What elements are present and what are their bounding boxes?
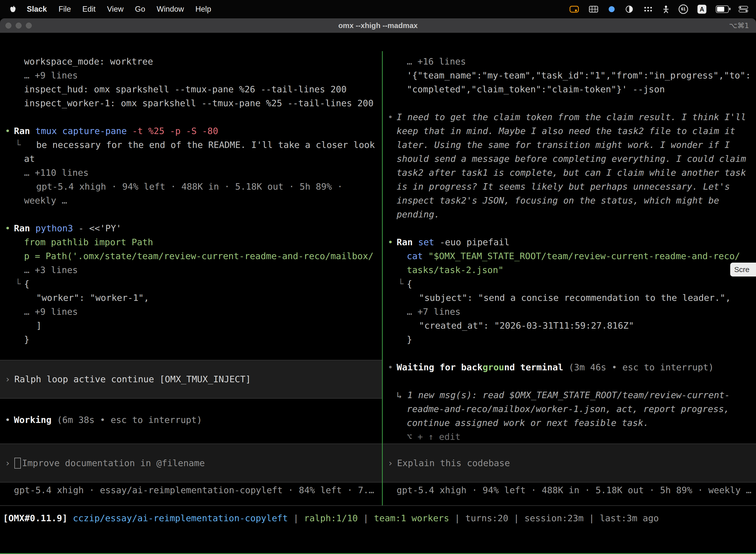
assistant-figure-icon[interactable] bbox=[663, 5, 669, 13]
screen-recording-indicator-icon[interactable] bbox=[569, 5, 579, 13]
terminal-line: ⌥ + ↑ edit bbox=[383, 430, 756, 444]
bullet-icon: • bbox=[5, 221, 10, 235]
ralph-loop-banner: › Ralph loop active continue [OMX_TMUX_I… bbox=[0, 360, 382, 399]
terminal-line: inspect_worker-1: omx sparkshell --tmux-… bbox=[0, 96, 382, 110]
right-pane[interactable]: … +16 lines'{"team_name":"my-team","task… bbox=[383, 51, 756, 505]
input-source-letter: A bbox=[700, 6, 704, 13]
bullet-icon: • bbox=[388, 361, 393, 374]
right-pane-lines: … +16 lines'{"team_name":"my-team","task… bbox=[383, 55, 756, 444]
terminal-line: continue assigned work or next feasible … bbox=[383, 416, 756, 430]
terminal-line: … +16 lines bbox=[383, 55, 756, 68]
menu-bar-status-items: 61 A bbox=[569, 4, 750, 14]
traffic-lights bbox=[0, 22, 32, 29]
terminal-line: inspect task2's JSON, focusing on the st… bbox=[383, 193, 756, 208]
terminal-line: inspect_hud: omx sparkshell --tmux-pane … bbox=[0, 82, 382, 96]
terminal-line: ↳ 1 new msg(s): read $OMX_TEAM_STATE_ROO… bbox=[383, 388, 756, 402]
right-pane-status: gpt-5.4 xhigh · 94% left · 488K in · 5.1… bbox=[383, 483, 756, 497]
terminal-line: └{ bbox=[0, 277, 382, 291]
terminal-line: "worker": "worker-1", bbox=[0, 291, 382, 305]
terminal-line: at bbox=[0, 152, 382, 166]
menu-window[interactable]: Window bbox=[151, 5, 189, 14]
menu-bar: Slack File Edit View Go Window Help 61 A bbox=[0, 0, 756, 18]
terminal-line: gpt-5.4 xhigh · 94% left · 488K in · 5.1… bbox=[0, 180, 382, 193]
menu-app-name[interactable]: Slack bbox=[21, 5, 53, 14]
menu-edit[interactable]: Edit bbox=[77, 5, 101, 14]
bullet-icon: • bbox=[388, 110, 393, 124]
terminal-line: •I need to get the claim token from the … bbox=[383, 110, 756, 124]
ghostty-icon[interactable] bbox=[625, 5, 633, 13]
window-title: omx --xhigh --madmax bbox=[0, 21, 756, 30]
terminal-line: … +9 lines bbox=[0, 68, 382, 82]
terminal-line bbox=[383, 346, 756, 361]
terminal-line: cat "$OMX_TEAM_STATE_ROOT/team/review-cu… bbox=[383, 249, 756, 263]
prompt-placeholder-right: Explain this codebase bbox=[397, 456, 510, 470]
zoom-button[interactable] bbox=[26, 22, 32, 29]
terminal-line: … +7 lines bbox=[383, 305, 756, 319]
window-grid-icon[interactable] bbox=[589, 5, 598, 13]
terminal-line: keep that in mind. Maybe I also need the… bbox=[383, 124, 756, 138]
terminal-line: tasks/task-2.json" bbox=[383, 263, 756, 277]
terminal-line: •Ran tmux capture-pane -t %25 -p -S -80 bbox=[0, 124, 382, 138]
text-cursor bbox=[14, 458, 21, 468]
terminal-line bbox=[383, 96, 756, 110]
prompt-input-right[interactable]: › Explain this codebase bbox=[383, 444, 756, 483]
terminal-line: } bbox=[0, 333, 382, 346]
terminal-line: •Ran python3 - <<'PY' bbox=[0, 221, 382, 235]
left-pane-lines: workspace_mode: worktree… +9 linesinspec… bbox=[0, 55, 382, 346]
raycast-icon[interactable] bbox=[608, 5, 616, 13]
status-separator bbox=[0, 505, 756, 506]
menu-help[interactable]: Help bbox=[190, 5, 217, 14]
terminal-line: •Waiting for background terminal (3m 46s… bbox=[383, 361, 756, 374]
battery-level bbox=[717, 7, 724, 12]
input-source-icon[interactable]: A bbox=[697, 5, 706, 14]
menu-view[interactable]: View bbox=[101, 5, 129, 14]
chevron-right-icon: › bbox=[5, 372, 10, 386]
terminal-line: is in progress? It seems likely but perh… bbox=[383, 180, 756, 193]
output-corner-icon: └ bbox=[15, 138, 21, 152]
omx-status-bar: [OMX#0.11.9] cczip/essay/ai-reimplementa… bbox=[0, 511, 756, 525]
bullet-icon: • bbox=[5, 413, 10, 427]
terminal-line: … +9 lines bbox=[0, 305, 382, 319]
apps-grid-icon[interactable] bbox=[643, 6, 653, 13]
battery-gauge-value: 61 bbox=[681, 7, 686, 11]
menu-file[interactable]: File bbox=[53, 5, 77, 14]
terminal-line: from pathlib import Path bbox=[0, 235, 382, 249]
terminal-line: [OMX#0.11.9] cczip/essay/ai-reimplementa… bbox=[0, 511, 756, 525]
terminal-line: ] bbox=[0, 319, 382, 333]
minimize-button[interactable] bbox=[16, 22, 21, 29]
screen-tooltip: Scre bbox=[730, 263, 756, 277]
tmux-host-clock: "MacBook-Pro-44.local" 05:03 31-Mar-26 bbox=[559, 553, 752, 554]
terminal-line: readme-and-reco/mailbox/worker-1.json, a… bbox=[383, 402, 756, 416]
terminal-line: workspace_mode: worktree bbox=[0, 55, 382, 68]
terminal-line: └{ bbox=[383, 277, 756, 291]
prompt-chevron-icon: › bbox=[5, 456, 10, 470]
prompt-chevron-icon: › bbox=[388, 456, 393, 470]
terminal-line: later. Using the same for transition mig… bbox=[383, 138, 756, 152]
terminal-line bbox=[0, 208, 382, 221]
left-pane-status: gpt-5.4 xhigh · essay/ai-reimplementatio… bbox=[0, 483, 382, 497]
ralph-loop-text: Ralph loop active continue [OMX_TMUX_INJ… bbox=[14, 372, 251, 386]
terminal-line: … +110 lines bbox=[0, 166, 382, 180]
output-corner-icon: └ bbox=[398, 277, 403, 291]
terminal-line: '{"team_name":"my-team","task_id":"1","f… bbox=[383, 68, 756, 82]
terminal-line: └be necessary for the end of the README.… bbox=[0, 138, 382, 152]
terminal-line: "completed","claim_token":"claim-token"}… bbox=[383, 82, 756, 96]
terminal-line: … +3 lines bbox=[0, 263, 382, 277]
prompt-placeholder-left: Improve documentation in @filename bbox=[22, 456, 205, 470]
terminal-line bbox=[383, 221, 756, 235]
close-button[interactable] bbox=[5, 22, 11, 29]
battery-icon[interactable] bbox=[716, 5, 729, 13]
window-title-bar[interactable]: omx --xhigh --madmax ⌥⌘1 bbox=[0, 18, 756, 33]
battery-gauge-icon[interactable]: 61 bbox=[679, 4, 688, 14]
menu-go[interactable]: Go bbox=[129, 5, 151, 14]
apple-menu-icon[interactable] bbox=[6, 6, 21, 13]
window-shortcut-hint: ⌥⌘1 bbox=[729, 21, 756, 30]
terminal-content[interactable]: workspace_mode: worktree… +9 linesinspec… bbox=[0, 51, 756, 554]
bullet-icon: • bbox=[5, 124, 10, 138]
left-pane[interactable]: workspace_mode: worktree… +9 linesinspec… bbox=[0, 51, 382, 505]
terminal-line: should send a message before completing … bbox=[383, 152, 756, 166]
bullet-icon: • bbox=[388, 235, 393, 249]
prompt-input-left[interactable]: › Improve documentation in @filename bbox=[0, 444, 382, 483]
tmux-session-label: [omx-cczip0:bash* bbox=[4, 553, 90, 554]
control-center-icon[interactable] bbox=[738, 5, 749, 13]
